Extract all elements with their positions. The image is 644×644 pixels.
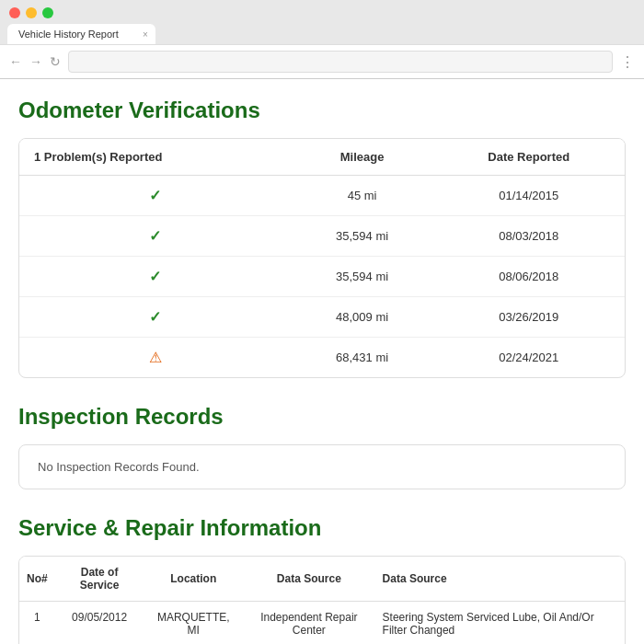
inspection-empty-box: No Inspection Records Found.	[18, 444, 626, 489]
odometer-mileage-cell: 48,009 mi	[292, 297, 433, 338]
inspection-section-title: Inspection Records	[18, 404, 626, 430]
refresh-button[interactable]: ↻	[50, 54, 61, 69]
odometer-table: 1 Problem(s) Reported Mileage Date Repor…	[18, 138, 626, 378]
odometer-row: ✓45 mi01/14/2015	[19, 176, 625, 216]
odometer-row: ✓35,594 mi08/03/2018	[19, 216, 625, 257]
odometer-col-mileage: Mileage	[292, 139, 433, 176]
service-cell-date: 09/05/2012	[55, 602, 144, 644]
odometer-status-cell: ⚠	[19, 338, 292, 377]
service-cell-detail: Steering System Serviced Lube, Oil And/O…	[375, 602, 625, 644]
odometer-section-title: Odometer Verifications	[18, 98, 626, 123]
odometer-status-cell: ✓	[19, 216, 292, 257]
menu-button[interactable]: ⋮	[620, 53, 635, 71]
tab-title: Vehicle History Report	[18, 29, 119, 40]
check-icon: ✓	[149, 228, 161, 244]
odometer-date-cell: 08/06/2018	[432, 257, 625, 297]
warning-icon: ⚠	[149, 350, 162, 365]
odometer-date-cell: 02/24/2021	[432, 338, 625, 377]
service-col-location: Location	[144, 557, 243, 602]
service-header-row: No# Date of Service Location Data Source…	[19, 557, 625, 602]
check-icon: ✓	[149, 309, 161, 325]
address-bar[interactable]	[68, 51, 613, 73]
odometer-row: ✓48,009 mi03/26/2019	[19, 297, 625, 338]
service-table: No# Date of Service Location Data Source…	[18, 556, 626, 644]
odometer-col-date: Date Reported	[432, 139, 625, 176]
check-icon: ✓	[149, 269, 161, 284]
browser-chrome: Vehicle History Report × ← → ↻ ⋮	[0, 0, 644, 79]
odometer-mileage-cell: 35,594 mi	[292, 257, 433, 297]
service-cell-no: 1	[19, 602, 55, 644]
odometer-row: ⚠68,431 mi02/24/2021	[19, 338, 625, 377]
odometer-mileage-cell: 68,431 mi	[292, 338, 433, 377]
browser-tab[interactable]: Vehicle History Report ×	[7, 24, 155, 44]
service-cell-source: Independent Repair Center	[243, 602, 374, 644]
service-col-date: Date of Service	[55, 557, 144, 602]
maximize-dot[interactable]	[42, 7, 53, 18]
minimize-dot[interactable]	[26, 7, 37, 18]
check-icon: ✓	[149, 188, 161, 203]
service-col-source1: Data Source	[243, 557, 374, 602]
odometer-date-cell: 01/14/2015	[432, 176, 625, 216]
tab-close-icon[interactable]: ×	[143, 29, 148, 40]
inspection-empty-message: No Inspection Records Found.	[38, 460, 200, 474]
service-col-source2: Data Source	[375, 557, 625, 602]
forward-button[interactable]: →	[29, 54, 42, 69]
odometer-date-cell: 08/03/2018	[432, 216, 625, 257]
odometer-mileage-cell: 35,594 mi	[292, 216, 433, 257]
service-section-title: Service & Repair Information	[18, 515, 626, 541]
odometer-mileage-cell: 45 mi	[292, 176, 433, 216]
service-cell-location: MARQUETTE, MI	[144, 602, 243, 644]
odometer-col-status: 1 Problem(s) Reported	[19, 139, 292, 176]
service-col-no: No#	[19, 557, 55, 602]
page-content: Odometer Verifications 1 Problem(s) Repo…	[0, 79, 644, 644]
back-button[interactable]: ←	[9, 54, 22, 69]
service-row: 109/05/2012MARQUETTE, MIIndependent Repa…	[19, 602, 625, 644]
odometer-row: ✓35,594 mi08/06/2018	[19, 257, 625, 297]
odometer-status-cell: ✓	[19, 257, 292, 297]
odometer-status-cell: ✓	[19, 176, 292, 216]
odometer-status-cell: ✓	[19, 297, 292, 338]
close-dot[interactable]	[9, 7, 20, 18]
nav-bar: ← → ↻ ⋮	[0, 44, 644, 78]
odometer-date-cell: 03/26/2019	[432, 297, 625, 338]
title-bar	[0, 0, 644, 24]
tab-bar: Vehicle History Report ×	[0, 24, 644, 44]
odometer-header-row: 1 Problem(s) Reported Mileage Date Repor…	[19, 139, 625, 176]
